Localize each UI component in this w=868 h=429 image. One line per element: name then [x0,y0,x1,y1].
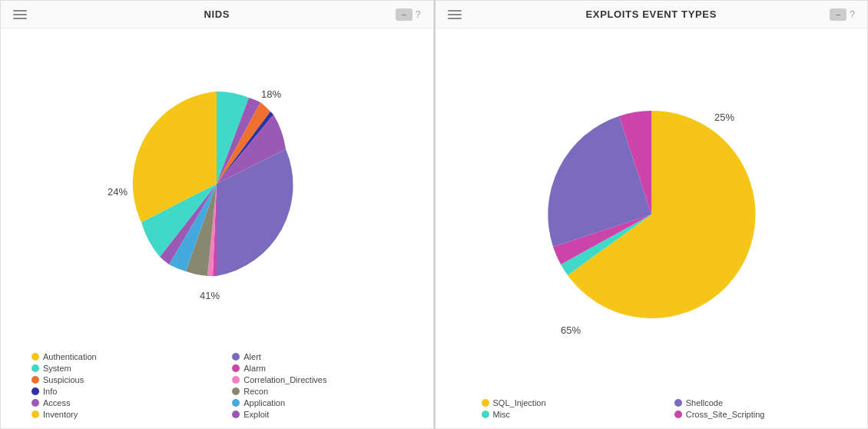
exploits-label-25: 25% [714,111,734,123]
legend-xss: Cross_Site_Scripting [674,410,852,419]
exploits-controls: – ? [830,8,855,21]
legend-label-system: System [43,364,71,373]
nids-chart-area: 18% 24% 41% [1,28,433,346]
exploits-pie-chart: 25% 65% [505,84,797,345]
legend-suspicious: Suspicious [31,375,217,384]
legend-correlation: Correlation_Directives [232,375,417,384]
exploits-minimize-button[interactable]: – [830,8,846,21]
legend-info: Info [31,387,217,396]
legend-exploit: Exploit [232,410,417,419]
legend-authentication: Authentication [31,352,217,361]
legend-label-shellcode: Shellcode [686,398,723,407]
legend-dot-shellcode [674,399,682,407]
exploits-header: EXPLOITS EVENT TYPES – ? [436,1,868,28]
legend-label-misc: Misc [493,410,511,419]
legend-access: Access [31,398,217,407]
legend-dot-xss [674,411,682,418]
legend-label-suspicious: Suspicious [43,375,84,384]
legend-label-application: Application [244,398,285,407]
exploits-menu-icon[interactable] [448,10,462,19]
legend-inventory: Inventory [31,410,217,419]
legend-label-info: Info [43,387,57,396]
legend-alert: Alert [232,352,417,361]
legend-recon: Recon [232,387,417,396]
exploits-legend: SQL_Injection Shellcode Misc Cross_Site_… [436,392,868,428]
legend-label-correlation: Correlation_Directives [244,375,326,384]
nids-pie-chart: 18% 24% 41% [86,68,347,314]
exploits-title: EXPLOITS EVENT TYPES [586,8,717,20]
legend-label-xss: Cross_Site_Scripting [686,410,765,419]
nids-minimize-button[interactable]: – [396,8,412,21]
legend-dot-sql [482,399,489,407]
nids-title: NIDS [204,8,230,20]
legend-dot-access [31,399,39,407]
legend-dot-info [31,387,39,395]
nids-controls: – ? [396,8,421,21]
legend-label-access: Access [43,398,70,407]
legend-application: Application [232,398,417,407]
legend-sql-injection: SQL_Injection [482,398,659,407]
nids-label-18: 18% [261,88,281,100]
legend-dot-inventory [31,411,39,418]
nids-label-41: 41% [200,290,220,301]
legend-system: System [31,364,217,373]
legend-label-authentication: Authentication [43,352,97,361]
legend-label-sql: SQL_Injection [493,398,546,407]
nids-panel: NIDS – ? [0,0,434,429]
legend-shellcode: Shellcode [674,398,852,407]
legend-label-recon: Recon [244,387,268,396]
legend-misc: Misc [482,410,659,419]
legend-dot-suspicious [31,376,39,384]
nids-label-24: 24% [108,186,128,198]
legend-dot-application [232,399,240,407]
nids-help-button[interactable]: ? [416,9,421,20]
exploits-chart-area: 25% 65% [436,28,868,392]
legend-dot-misc [482,411,489,418]
legend-label-inventory: Inventory [43,410,78,419]
nids-menu-icon[interactable] [13,10,27,19]
exploits-panel: EXPLOITS EVENT TYPES – ? [434,0,869,429]
legend-label-exploit: Exploit [244,410,269,419]
legend-label-alarm: Alarm [244,364,266,373]
legend-label-alert: Alert [244,352,261,361]
legend-dot-correlation [232,376,240,384]
legend-dot-system [31,364,39,372]
legend-alarm: Alarm [232,364,417,373]
exploits-label-65: 65% [561,324,581,336]
legend-dot-recon [232,387,240,395]
legend-dot-alert [232,353,240,361]
exploits-help-button[interactable]: ? [850,9,855,20]
legend-dot-exploit [232,411,240,418]
legend-dot-authentication [31,353,39,361]
nids-legend: Authentication Alert System Alarm Suspic… [1,346,433,428]
legend-dot-alarm [232,364,240,372]
nids-header: NIDS – ? [1,1,433,28]
